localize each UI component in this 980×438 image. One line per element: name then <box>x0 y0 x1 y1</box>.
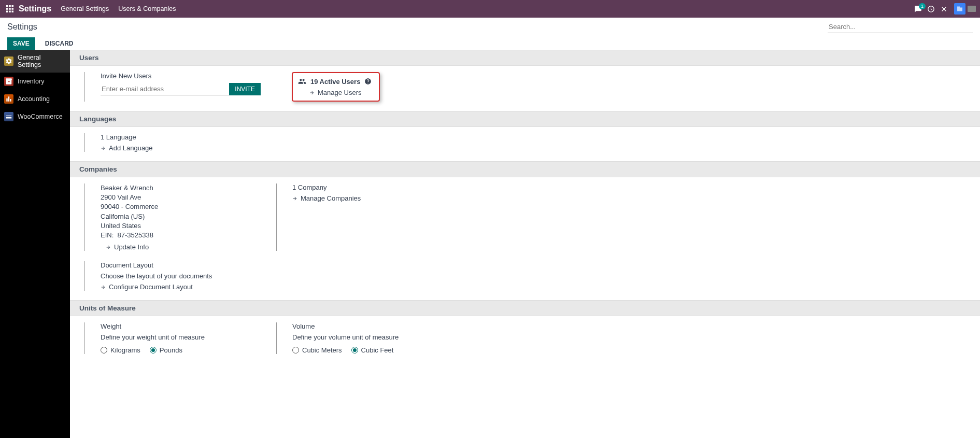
company-address-block: Beaker & Wrench 2900 Vail Ave 90040 - Co… <box>101 183 261 240</box>
section-header-languages: Languages <box>70 111 980 127</box>
activity-button[interactable] <box>927 5 935 13</box>
svg-rect-8 <box>12 11 14 13</box>
svg-rect-2 <box>12 5 14 7</box>
topbar: Settings General Settings Users & Compan… <box>0 0 980 18</box>
apps-menu-button[interactable] <box>4 3 16 15</box>
svg-rect-6 <box>6 11 8 13</box>
section-header-companies: Companies <box>70 161 980 177</box>
expand-button[interactable] <box>940 5 948 13</box>
volume-label: Volume <box>292 322 399 330</box>
breadcrumb: Settings <box>7 22 37 32</box>
radio-icon <box>351 347 358 354</box>
svg-rect-5 <box>12 8 14 10</box>
discard-button[interactable]: DISCARD <box>39 37 79 50</box>
settings-content: Users Invite New Users INVITE 19 Active … <box>70 50 980 438</box>
accounting-icon <box>4 94 13 104</box>
ein-value: 87-3525338 <box>118 231 153 239</box>
configure-layout-link[interactable]: Configure Document Layout <box>101 283 261 291</box>
settings-sidebar: General Settings Inventory Accounting Wo… <box>0 50 70 438</box>
radio-pounds[interactable]: Pounds <box>150 346 182 354</box>
gear-icon <box>4 56 13 66</box>
active-users-text: 19 Active Users <box>310 78 360 86</box>
manage-users-link[interactable]: Manage Users <box>309 89 372 96</box>
radio-icon <box>292 347 299 354</box>
company-indicator[interactable] <box>968 6 976 12</box>
radio-icon <box>101 347 107 354</box>
sidebar-label: WooCommerce <box>18 113 63 120</box>
sidebar-item-accounting[interactable]: Accounting <box>0 90 70 108</box>
invite-email-input[interactable] <box>101 83 229 95</box>
arrow-right-icon <box>309 90 315 95</box>
update-info-link[interactable]: Update Info <box>106 243 261 251</box>
company-count: 1 Company <box>292 183 361 191</box>
arrow-right-icon <box>101 146 106 151</box>
radio-icon <box>150 347 157 354</box>
save-button[interactable]: SAVE <box>7 37 35 50</box>
invite-users-label: Invite New Users <box>101 72 261 80</box>
section-header-units: Units of Measure <box>70 300 980 316</box>
document-layout-label: Document Layout <box>101 261 261 269</box>
company-addr2: 90040 - Commerce <box>101 202 261 211</box>
active-users-box: 19 Active Users Manage Users <box>292 72 380 102</box>
messages-button[interactable]: 1 <box>914 5 922 13</box>
company-addr1: 2900 Vail Ave <box>101 193 261 202</box>
company-name: Beaker & Wrench <box>101 183 261 193</box>
company-country: United States <box>101 221 261 231</box>
sidebar-label: General Settings <box>18 54 66 68</box>
menu-general-settings[interactable]: General Settings <box>61 5 109 12</box>
sidebar-label: Inventory <box>18 78 44 85</box>
sidebar-label: Accounting <box>18 95 50 103</box>
manage-companies-link[interactable]: Manage Companies <box>292 194 361 202</box>
invite-button[interactable]: INVITE <box>229 83 261 95</box>
sidebar-item-inventory[interactable]: Inventory <box>0 73 70 90</box>
svg-rect-7 <box>9 11 11 13</box>
weight-sublabel: Define your weight unit of measure <box>101 333 261 341</box>
section-header-users: Users <box>70 50 980 66</box>
languages-count: 1 Language <box>101 133 153 141</box>
document-layout-sublabel: Choose the layout of your documents <box>101 272 261 280</box>
radio-cubic-meters[interactable]: Cubic Meters <box>292 346 342 354</box>
apps-icon <box>6 5 13 12</box>
messages-badge: 1 <box>919 3 926 9</box>
arrow-right-icon <box>106 245 111 250</box>
sidebar-item-general-settings[interactable]: General Settings <box>0 50 70 73</box>
svg-rect-1 <box>9 5 11 7</box>
volume-sublabel: Define your volume unit of measure <box>292 333 399 341</box>
weight-label: Weight <box>101 322 261 330</box>
arrow-right-icon <box>101 285 106 290</box>
radio-kilograms[interactable]: Kilograms <box>101 346 140 354</box>
svg-rect-3 <box>6 8 8 10</box>
help-icon[interactable] <box>364 78 372 85</box>
arrow-right-icon <box>292 196 297 201</box>
woocommerce-icon <box>4 112 13 121</box>
svg-rect-0 <box>6 5 8 7</box>
search-input[interactable] <box>828 21 973 33</box>
users-icon <box>298 77 306 86</box>
building-icon <box>957 6 963 12</box>
user-avatar[interactable] <box>954 3 965 15</box>
app-title[interactable]: Settings <box>19 4 51 13</box>
clock-icon <box>927 5 935 13</box>
ein-label: EIN: <box>101 231 113 239</box>
control-bar: Settings SAVE DISCARD <box>0 18 980 50</box>
company-state: California (US) <box>101 212 261 221</box>
close-icon <box>940 5 948 13</box>
box-icon <box>4 77 13 86</box>
menu-users-companies[interactable]: Users & Companies <box>118 5 176 12</box>
svg-rect-4 <box>9 8 11 10</box>
sidebar-item-woocommerce[interactable]: WooCommerce <box>0 108 70 125</box>
radio-cubic-feet[interactable]: Cubic Feet <box>351 346 394 354</box>
add-language-link[interactable]: Add Language <box>101 144 153 152</box>
